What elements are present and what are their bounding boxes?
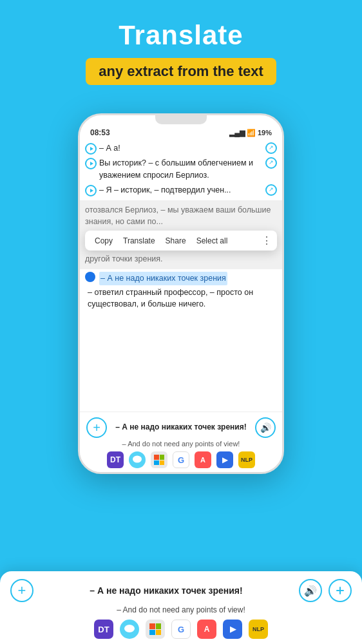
panel-add-btn[interactable]: + xyxy=(86,417,107,438)
continuation-text: – ответил странный профессор, – просто о… xyxy=(85,287,277,311)
app-icon-az[interactable]: A xyxy=(195,451,211,468)
dup-icon-google[interactable]: G xyxy=(171,620,191,639)
translate-menu-item[interactable]: Translate xyxy=(119,235,160,247)
top-section: Translate any extract from the text xyxy=(0,0,362,95)
status-time: 08:53 xyxy=(90,128,110,137)
panel-speaker-btn[interactable]: 🔊 xyxy=(255,417,276,438)
blur-text-bottom: другой точки зрения. xyxy=(85,253,277,265)
share-btn-1[interactable]: ↗ xyxy=(265,142,277,154)
share-menu-item[interactable]: Share xyxy=(161,235,191,247)
context-menu: Copy Translate Share Select all ⋮ xyxy=(85,231,277,251)
play-btn-3[interactable] xyxy=(85,185,97,196)
app-icon-arrow[interactable]: ▶ xyxy=(216,451,233,468)
app-icon-bubble[interactable] xyxy=(129,451,146,468)
panel-translation-row: + – А не надо никаких точек зрения! 🔊 xyxy=(86,417,276,438)
dup-app-icons-row: DT G A ▶ NLP xyxy=(10,620,352,639)
select-all-menu-item[interactable]: Select all xyxy=(192,235,233,247)
svg-point-0 xyxy=(133,456,142,463)
wifi-icon: 📶 xyxy=(247,129,256,137)
app-icon-google[interactable]: G xyxy=(173,451,189,468)
battery-icon: 19% xyxy=(258,129,272,137)
app-icon-dt[interactable]: DT xyxy=(107,451,124,468)
app-icons-row: DT G A ▶ NLP xyxy=(86,451,276,468)
dup-speaker-btn[interactable]: 🔊 xyxy=(299,579,322,602)
play-btn-1[interactable] xyxy=(85,143,97,155)
reading-line-2: Вы историк? – с большим облегчением и ув… xyxy=(80,156,282,183)
selected-text-area: – А не надо никаких точек зрения – ответ… xyxy=(80,269,282,313)
dup-row: + – А не надо никаких точек зрения! 🔊 xyxy=(10,579,352,602)
dup-icon-az[interactable]: A xyxy=(197,620,216,639)
dup-icon-dt[interactable]: DT xyxy=(94,620,113,639)
play-btn-2[interactable] xyxy=(85,158,97,169)
dup-icon-nlp[interactable]: NLP xyxy=(249,620,268,639)
line-text-3: – Я – историк, – подтвердил учен... xyxy=(99,184,231,196)
panel-translated-text: – And do not need any points of view! xyxy=(86,440,276,448)
blur-section: отозвался Берлиоз, – мы уважаем ваши бол… xyxy=(80,200,282,269)
more-menu-item[interactable]: ⋮ xyxy=(262,234,272,247)
highlighted-text: – А не надо никаких точек зрения xyxy=(99,272,227,285)
dup-icon-ms[interactable] xyxy=(146,620,165,639)
phone-bottom-panel: + – А не надо никаких точек зрения! 🔊 – … xyxy=(80,412,282,472)
copy-menu-item[interactable]: Copy xyxy=(90,235,117,247)
svg-point-4 xyxy=(124,625,135,632)
dup-icon-arrow[interactable]: ▶ xyxy=(223,620,242,639)
phone-screen: 08:53 ▂▄▆ 📶 19% – А а! ↗ Вы историк? – с… xyxy=(78,113,284,474)
share-btn-3[interactable]: ↗ xyxy=(265,184,277,196)
phone-mockup: 08:53 ▂▄▆ 📶 19% – А а! ↗ Вы историк? – с… xyxy=(0,113,362,474)
blur-text-bg: отозвался Берлиоз, – мы уважаем ваши бол… xyxy=(85,204,277,229)
line-text-2: Вы историк? – с большим облегчением и ув… xyxy=(99,157,265,182)
dup-add-btn[interactable]: + xyxy=(10,579,33,602)
status-bar: 08:53 ▂▄▆ 📶 19% xyxy=(80,124,282,138)
svg-rect-3 xyxy=(339,587,341,594)
status-icons: ▂▄▆ 📶 19% xyxy=(229,129,272,137)
reading-line-1: – А а! ↗ xyxy=(80,141,282,156)
reading-line-3: – Я – историк, – подтвердил учен... ↗ xyxy=(80,183,282,198)
bottom-duplicate-panel: + – А не надо никаких точек зрения! 🔊 – … xyxy=(0,571,362,644)
app-icon-nlp[interactable]: NLP xyxy=(238,451,255,468)
line-text-1: – А а! xyxy=(99,142,120,155)
cursor-handle xyxy=(85,272,95,282)
panel-original-text: – А не надо никаких точек зрения! xyxy=(112,422,250,433)
dup-original-text: – А не надо никаких точек зрения! xyxy=(40,585,292,596)
subtitle-badge: any extract from the text xyxy=(86,58,276,85)
dup-icon-bubble[interactable] xyxy=(120,620,139,639)
share-btn-2[interactable]: ↗ xyxy=(265,157,277,169)
dup-translated-text: – And do not need any points of view! xyxy=(10,605,352,614)
dup-extra-btn[interactable] xyxy=(329,579,352,602)
main-title: Translate xyxy=(0,21,362,50)
reading-area: – А а! ↗ Вы историк? – с большим облегче… xyxy=(80,138,282,200)
phone-notch xyxy=(155,115,207,124)
app-icon-ms[interactable] xyxy=(151,451,167,468)
signal-icon: ▂▄▆ xyxy=(229,129,245,137)
